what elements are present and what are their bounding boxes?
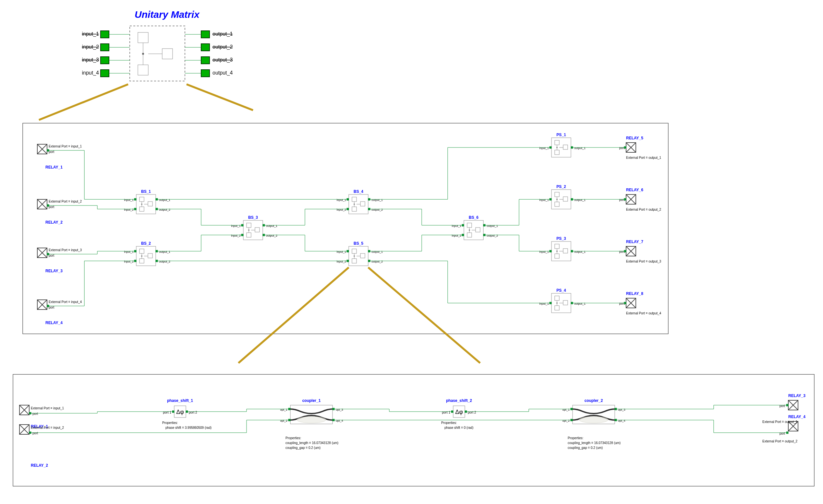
svg-rect-48 <box>368 198 370 200</box>
coupler-block: coupler_1 opt_1 opt_2 opt_3 opt_4 Proper… <box>280 398 343 450</box>
relay-ext-label: External Port = output_3 <box>626 260 661 263</box>
coupler-name: coupler_2 <box>585 398 603 403</box>
port-label: port 1 <box>163 411 171 414</box>
port-label: input_1 <box>124 250 134 253</box>
port-label: opt_3 <box>618 408 626 411</box>
svg-rect-65 <box>571 302 573 304</box>
relay-block: External Port = input_2 port RELAY_2 <box>19 425 64 468</box>
svg-rect-11 <box>201 70 209 77</box>
prop-value: phase shift = 3.995860509 (rad) <box>165 426 211 430</box>
port-label: port <box>780 404 785 408</box>
ps-block: PS_2 input_1 output_1 <box>539 185 586 209</box>
relay-block: External Port = input_1 port RELAY_1 <box>37 144 82 170</box>
svg-rect-2 <box>101 57 109 64</box>
callout-line <box>238 267 349 363</box>
port-label: port <box>49 306 54 309</box>
relay-ext-label: External Port = input_2 <box>31 426 64 430</box>
callout-line <box>368 267 480 363</box>
port-label: port <box>49 254 54 257</box>
relay-name: RELAY_7 <box>626 240 643 244</box>
prop-header: Properties: <box>441 421 457 425</box>
svg-rect-57 <box>483 234 485 236</box>
port-label: output_2 <box>371 260 383 263</box>
port-label: output_1 <box>266 224 277 228</box>
port-label: output_1 <box>574 302 586 305</box>
svg-rect-36 <box>156 198 158 200</box>
bs-block: BS_1 input_1 input_2 output_1 output_2 <box>124 189 170 214</box>
relay-ext-label: External Port = output_2 <box>626 208 661 211</box>
relay-ext-label: External Port = output_1 <box>762 420 798 424</box>
relay-name: RELAY_8 <box>626 291 643 296</box>
svg-rect-9 <box>201 44 209 51</box>
port-label: port <box>32 431 38 435</box>
ps-name: PS_4 <box>556 288 566 293</box>
svg-rect-52 <box>368 250 370 252</box>
port-label: output_1 <box>159 250 170 253</box>
bs-name: BS_3 <box>248 215 258 220</box>
ps-block: PS_3 input_1 output_1 <box>539 236 586 261</box>
port-label: input_1 <box>231 224 241 228</box>
relay-ext-label: External Port = output_2 <box>762 440 798 443</box>
relay-ext-label: External Port = output_1 <box>626 156 661 160</box>
relay-name: RELAY_2 <box>31 463 48 468</box>
mid-wires <box>49 148 625 306</box>
bs-name: BS_5 <box>354 241 363 246</box>
callout-line <box>39 84 128 120</box>
svg-rect-49 <box>368 208 370 210</box>
ps-block: PS_4 input_1 output_1 <box>539 288 586 313</box>
bs-name: BS_4 <box>354 189 363 194</box>
bot-panel-frame <box>13 374 814 486</box>
port-label: input_2 <box>336 260 346 263</box>
port-label: input_2 <box>336 208 346 211</box>
relay-block: RELAY_6 port External Port = output_2 <box>619 188 661 211</box>
port-label: input_1 <box>539 302 549 305</box>
port-label: opt_2 <box>562 419 569 422</box>
port-label: input_1 <box>452 224 461 228</box>
relay-ext-label: External Port = input_3 <box>49 248 82 252</box>
top-output-label: output_3 <box>212 57 232 63</box>
port-label: opt_3 <box>336 408 343 411</box>
prop-value: coupling_length = 16.07343128 (um) <box>568 441 621 445</box>
phase-shift-block: phase_shift_1 port 1 port 2 Properties: … <box>162 398 211 430</box>
svg-rect-82 <box>615 408 617 410</box>
svg-rect-33 <box>47 305 49 307</box>
port-label: output_2 <box>266 234 277 237</box>
diagram-canvas: Unitary Matrix input_1 input_2 input_3 i… <box>0 0 823 504</box>
port-label: input_1 <box>336 250 346 253</box>
relay-name: RELAY_1 <box>45 165 62 170</box>
coupler-block: coupler_2 opt_1 opt_2 opt_3 opt_4 Proper… <box>562 398 625 450</box>
bs-name: BS_2 <box>141 241 151 246</box>
prop-value: coupling_gap = 0.2 (um) <box>286 446 321 450</box>
port-label: port <box>49 150 54 154</box>
svg-rect-79 <box>465 411 467 413</box>
svg-rect-56 <box>483 224 485 226</box>
svg-rect-3 <box>101 70 109 77</box>
relay-block: External Port = input_2 port RELAY_2 <box>37 199 82 225</box>
svg-rect-63 <box>571 250 573 252</box>
relay-ext-label: External Port = input_1 <box>31 407 64 410</box>
top-input-label: input_3 <box>82 57 99 63</box>
svg-rect-1 <box>101 44 109 51</box>
ps-name: PS_1 <box>556 133 566 137</box>
port-label: port <box>780 432 785 435</box>
svg-rect-83 <box>615 419 617 421</box>
relay-block: External Port = input_3 port RELAY_3 <box>37 248 82 273</box>
port-label: output_1 <box>574 147 586 150</box>
relay-name: RELAY_2 <box>45 220 62 225</box>
port-label: port 2 <box>468 411 476 414</box>
top-output-label: output_4 <box>212 70 232 76</box>
top-output-ports <box>185 31 209 77</box>
port-label: opt_2 <box>280 419 288 422</box>
port-label: input_2 <box>452 234 461 237</box>
relay-block: RELAY_3 port RELAY_4 port External Port … <box>762 394 806 443</box>
svg-rect-76 <box>333 408 334 410</box>
svg-rect-10 <box>201 57 209 64</box>
svg-rect-70 <box>29 412 31 414</box>
relay-name: RELAY_4 <box>788 415 806 419</box>
svg-rect-31 <box>47 205 49 207</box>
prop-value: phase shift = 0 (rad) <box>445 426 473 430</box>
bot-wires <box>31 405 787 433</box>
ps-block: PS_1 input_1 output_1 <box>539 133 586 157</box>
ps-name: PS_3 <box>556 236 566 241</box>
port-label: input_2 <box>124 208 134 211</box>
